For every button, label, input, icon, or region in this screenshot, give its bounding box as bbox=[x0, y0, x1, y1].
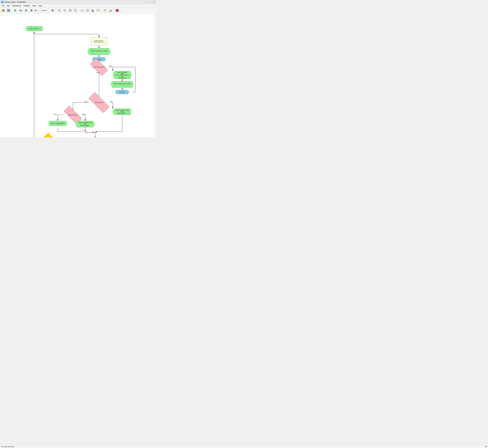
scrollbar-vertical[interactable] bbox=[155, 14, 157, 137]
close-button[interactable]: ✕ bbox=[152, 0, 156, 4]
output-invalid-input[interactable]: Output "Invalid input. Please enter a nu… bbox=[113, 71, 132, 79]
label-false-guess-answer: False bbox=[84, 101, 87, 102]
while-guess-answer-shape bbox=[43, 133, 62, 137]
table-button[interactable] bbox=[85, 8, 90, 13]
svg-marker-5 bbox=[20, 9, 21, 12]
decision-guess-range-text: guess>100 || guess<1 bbox=[93, 66, 105, 68]
label-false-guess-range: False bbox=[96, 72, 99, 73]
output-congrats[interactable]: Output "Congratulations!" bbox=[48, 121, 67, 126]
output-please-enter-1-text: Output "Please enter a number : " bbox=[88, 50, 110, 53]
step-button[interactable] bbox=[18, 8, 23, 13]
run-button[interactable] bbox=[13, 8, 18, 13]
open-button[interactable] bbox=[1, 8, 6, 13]
input-guess-2[interactable]: Input guess bbox=[115, 90, 129, 94]
svg-rect-37 bbox=[111, 9, 112, 12]
svg-marker-4 bbox=[15, 9, 16, 12]
connector-2 bbox=[94, 131, 96, 133]
color-button[interactable] bbox=[103, 8, 107, 13]
svg-marker-13 bbox=[46, 10, 48, 11]
toolbar: Main x= X bbox=[0, 8, 157, 14]
decision-guess-range[interactable]: guess>100 || guess<1 bbox=[91, 63, 107, 71]
output-too-low-text: Output "Your guess is too low. Please tr… bbox=[76, 122, 95, 126]
output-please-enter-2[interactable]: Output "Please enter a number : " bbox=[111, 81, 134, 88]
menu-appearance[interactable]: Appearance bbox=[11, 5, 22, 7]
output-congrats-text: Output "Congratulations!" bbox=[49, 123, 66, 124]
svg-line-16 bbox=[60, 11, 61, 12]
main-dropdown[interactable]: Main bbox=[41, 8, 48, 12]
svg-text:x=: x= bbox=[81, 10, 83, 11]
zoom-out-button[interactable] bbox=[62, 8, 67, 13]
main-dropdown-label: Main bbox=[42, 9, 46, 11]
svg-rect-8 bbox=[26, 9, 27, 12]
decision-guess-less-text: guess<answer bbox=[69, 114, 77, 116]
menu-program[interactable]: Program bbox=[22, 5, 31, 7]
function-button[interactable] bbox=[50, 8, 55, 13]
title-bar: Fg WongA_Project - Flowgorithm — □ ✕ bbox=[0, 0, 157, 4]
decision-guess-less[interactable]: guess<answer bbox=[64, 111, 82, 119]
output-window-button[interactable] bbox=[96, 8, 101, 13]
menu-tools[interactable]: Tools bbox=[31, 5, 37, 7]
svg-rect-0 bbox=[2, 10, 5, 12]
assign-text: amountGuesses = amountGuesses+1 bbox=[94, 40, 104, 43]
svg-rect-6 bbox=[21, 9, 22, 12]
pause-button[interactable] bbox=[24, 8, 29, 13]
svg-rect-7 bbox=[25, 9, 26, 12]
output-too-low[interactable]: Output "Your guess is too low. Please tr… bbox=[76, 121, 95, 127]
menu-bar: File Edit Appearance Program Tools Help bbox=[0, 4, 157, 8]
svg-rect-2 bbox=[8, 9, 9, 10]
svg-rect-35 bbox=[109, 11, 110, 12]
decision-guess-answer-text: guess>answer bbox=[95, 102, 103, 103]
debug-button[interactable] bbox=[34, 8, 39, 13]
separator-1 bbox=[12, 8, 12, 12]
svg-text:X: X bbox=[116, 10, 117, 11]
window-title: WongA_Project - Flowgorithm bbox=[4, 1, 26, 3]
output-lets-pay-text: Output "Let's pay..." bbox=[27, 28, 41, 29]
label-true-guess-range: True bbox=[109, 65, 112, 66]
svg-marker-12 bbox=[38, 10, 39, 11]
label-true-guess-answer: True bbox=[110, 101, 113, 102]
minimize-button[interactable]: — bbox=[144, 0, 148, 4]
title-bar-controls: — □ ✕ bbox=[144, 0, 156, 4]
svg-marker-29 bbox=[92, 9, 94, 12]
variable-button[interactable]: x= bbox=[80, 8, 85, 13]
svg-rect-23 bbox=[76, 9, 77, 12]
decision-guess-answer[interactable]: guess>answer bbox=[89, 98, 109, 107]
label-true-guess-less: True bbox=[82, 113, 85, 115]
assign-amount-guesses[interactable]: amountGuesses = amountGuesses+1 bbox=[91, 38, 107, 45]
svg-rect-9 bbox=[31, 9, 33, 11]
title-bar-left: Fg WongA_Project - Flowgorithm bbox=[1, 1, 26, 3]
svg-rect-36 bbox=[110, 10, 111, 12]
output-too-high-text: Output "Your guess is too high. Please t… bbox=[113, 110, 131, 114]
connector-1 bbox=[85, 131, 87, 133]
zoom-in-button[interactable] bbox=[57, 8, 62, 13]
save-button[interactable] bbox=[6, 8, 11, 13]
app-icon: Fg bbox=[1, 1, 3, 3]
output-too-high[interactable]: Output "Your guess is too high. Please t… bbox=[113, 109, 132, 115]
svg-rect-30 bbox=[92, 11, 94, 12]
output-please-enter-1[interactable]: Output "Please enter a number : " bbox=[88, 48, 111, 55]
output-lets-pay[interactable]: Output "Let's pay..." bbox=[25, 26, 43, 31]
play-output-button[interactable] bbox=[90, 8, 95, 13]
maximize-button[interactable]: □ bbox=[148, 0, 152, 4]
export-button[interactable]: X bbox=[115, 8, 120, 13]
split-view-button[interactable] bbox=[73, 8, 78, 13]
pan-button[interactable] bbox=[68, 8, 73, 13]
canvas-area: Output "Let's pay..." amountGuesses = am… bbox=[0, 14, 157, 137]
menu-edit[interactable]: Edit bbox=[6, 5, 11, 7]
output-please-enter-2-text: Output "Please enter a number : " bbox=[111, 83, 133, 86]
svg-line-20 bbox=[65, 11, 66, 12]
stop-button[interactable] bbox=[29, 8, 34, 13]
output-invalid-text: Output "Invalid input. Please enter a nu… bbox=[113, 72, 131, 79]
svg-rect-31 bbox=[97, 9, 99, 11]
menu-help[interactable]: Help bbox=[38, 5, 43, 7]
svg-rect-3 bbox=[8, 11, 9, 12]
chart-button[interactable] bbox=[108, 8, 113, 13]
svg-rect-22 bbox=[74, 9, 75, 12]
input-guess-2-text: Input guess bbox=[118, 91, 127, 93]
separator-2 bbox=[40, 8, 40, 12]
label-false-guess-less: False bbox=[54, 113, 57, 115]
menu-file[interactable]: File bbox=[0, 5, 5, 7]
svg-point-14 bbox=[51, 9, 54, 11]
